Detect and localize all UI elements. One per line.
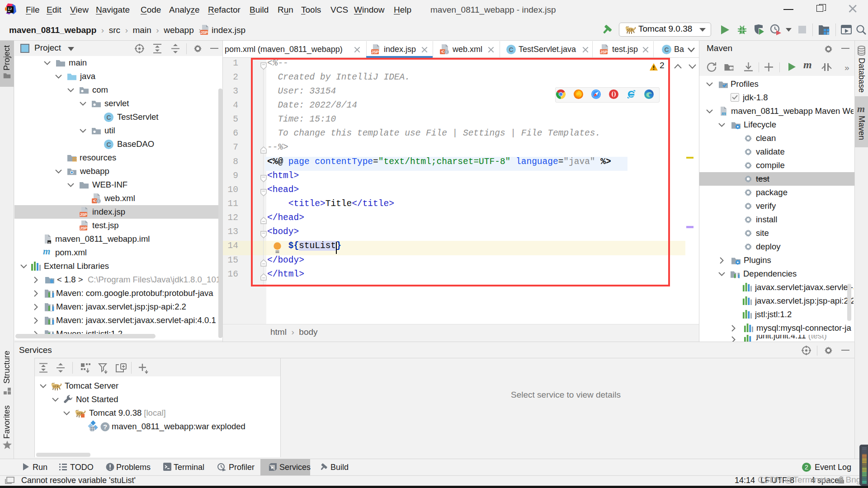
svg-text:JSP: JSP: [371, 50, 378, 54]
svg-text:<: <: [441, 50, 444, 55]
svg-text:JSP: JSP: [80, 212, 87, 217]
svg-text:?: ?: [103, 423, 107, 431]
svg-text:C: C: [106, 141, 111, 148]
svg-text:JSP: JSP: [80, 226, 87, 230]
svg-text:IJ: IJ: [8, 7, 12, 11]
svg-text:C: C: [106, 114, 111, 121]
svg-text:C: C: [509, 46, 513, 53]
svg-text:C: C: [664, 46, 669, 53]
svg-text:<: <: [93, 199, 96, 204]
svg-text:2: 2: [805, 464, 808, 471]
svg-text:m: m: [722, 110, 726, 117]
svg-text:JSP: JSP: [200, 30, 208, 35]
svg-text:JSP: JSP: [600, 50, 607, 54]
